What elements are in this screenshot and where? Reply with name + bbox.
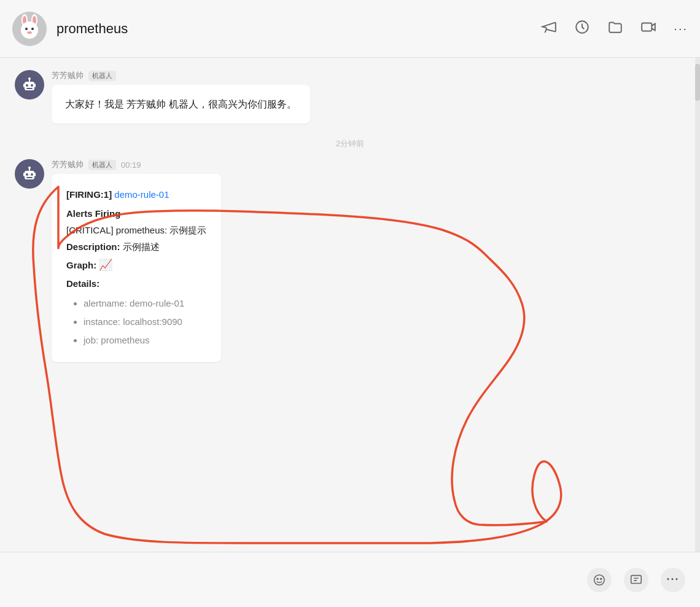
clock-icon[interactable] bbox=[574, 19, 590, 39]
svg-point-5 bbox=[21, 22, 38, 39]
detail-item-3: job: prometheus bbox=[84, 331, 206, 350]
details-list: alertname: demo-rule-01 instance: localh… bbox=[66, 294, 206, 350]
alert-card: [FIRING:1] demo-rule-01 Alerts Firing [C… bbox=[52, 174, 221, 361]
message-content-2: 芳芳贼帅 机器人 00:19 [FIRING:1] demo-rule-01 A… bbox=[52, 159, 221, 361]
message-2: 芳芳贼帅 机器人 00:19 [FIRING:1] demo-rule-01 A… bbox=[15, 159, 685, 361]
bot-avatar-2 bbox=[15, 159, 44, 189]
svg-point-8 bbox=[27, 31, 32, 34]
svg-point-21 bbox=[31, 173, 33, 176]
details-label: Details: bbox=[66, 275, 206, 292]
megaphone-icon[interactable] bbox=[541, 19, 557, 39]
header-actions: ··· bbox=[541, 19, 688, 39]
svg-point-13 bbox=[31, 84, 33, 87]
description-value: 示例描述 bbox=[123, 241, 160, 252]
detail-item-2: instance: localhost:9090 bbox=[84, 313, 206, 331]
timestamp-divider: 2分钟前 bbox=[15, 138, 685, 149]
sender-badge-2: 机器人 bbox=[88, 160, 116, 170]
message-content-1: 芳芳贼帅 机器人 大家好！我是 芳芳贼帅 机器人，很高兴为你们服务。 bbox=[52, 70, 310, 123]
firing-prefix: [FIRING:1] bbox=[66, 189, 112, 200]
detail-item-1: alertname: demo-rule-01 bbox=[84, 294, 206, 313]
svg-point-20 bbox=[26, 173, 28, 176]
description-line: Description: 示例描述 bbox=[66, 238, 206, 255]
svg-point-29 bbox=[601, 578, 602, 579]
svg-rect-10 bbox=[642, 23, 651, 31]
svg-point-28 bbox=[597, 578, 598, 579]
bottom-toolbar: ··· bbox=[0, 552, 700, 607]
message-1: 芳芳贼帅 机器人 大家好！我是 芳芳贼帅 机器人，很高兴为你们服务。 bbox=[15, 70, 685, 123]
chat-title: prometheus bbox=[56, 21, 541, 37]
chat-header: prometheus ··· bbox=[0, 0, 700, 58]
sender-name-2: 芳芳贼帅 bbox=[52, 159, 84, 170]
svg-rect-30 bbox=[631, 575, 642, 583]
comment-button[interactable] bbox=[624, 568, 648, 592]
avatar bbox=[12, 12, 47, 46]
svg-rect-14 bbox=[26, 88, 33, 89]
message-meta-2: 芳芳贼帅 机器人 00:19 bbox=[52, 159, 221, 170]
svg-point-12 bbox=[26, 84, 28, 87]
chat-area: 芳芳贼帅 机器人 大家好！我是 芳芳贼帅 机器人，很高兴为你们服务。 2分钟前 bbox=[0, 58, 700, 552]
message-time-2: 00:19 bbox=[121, 160, 141, 170]
sender-badge-1: 机器人 bbox=[88, 71, 116, 81]
sender-name-1: 芳芳贼帅 bbox=[52, 70, 84, 81]
emoji-button[interactable] bbox=[587, 568, 612, 592]
svg-rect-25 bbox=[23, 173, 25, 176]
firing-line: [FIRING:1] demo-rule-01 bbox=[66, 186, 206, 203]
camera-icon[interactable] bbox=[640, 19, 656, 39]
svg-point-24 bbox=[28, 166, 31, 169]
folder-icon[interactable] bbox=[607, 19, 623, 39]
description-label: Description: bbox=[66, 241, 120, 252]
svg-point-16 bbox=[28, 77, 31, 80]
svg-rect-22 bbox=[26, 177, 33, 178]
message-meta-1: 芳芳贼帅 机器人 bbox=[52, 70, 310, 81]
svg-rect-17 bbox=[23, 84, 25, 87]
more-actions-button[interactable]: ··· bbox=[661, 568, 685, 592]
svg-point-6 bbox=[25, 28, 28, 30]
graph-emoji: 📈 bbox=[99, 259, 112, 271]
bot-avatar-1 bbox=[15, 70, 44, 100]
scrollbar[interactable] bbox=[695, 58, 700, 552]
graph-line: Graph: 📈 bbox=[66, 255, 206, 275]
message-text-1: 大家好！我是 芳芳贼帅 机器人，很高兴为你们服务。 bbox=[65, 99, 297, 109]
more-icon[interactable]: ··· bbox=[674, 22, 688, 36]
firing-link[interactable]: demo-rule-01 bbox=[114, 189, 169, 200]
graph-label: Graph: bbox=[66, 260, 96, 270]
svg-point-27 bbox=[594, 574, 605, 585]
svg-point-7 bbox=[31, 28, 34, 30]
message-bubble-1: 大家好！我是 芳芳贼帅 机器人，很高兴为你们服务。 bbox=[52, 85, 310, 123]
svg-rect-26 bbox=[34, 173, 36, 176]
critical-line: [CRITICAL] prometheus: 示例提示 bbox=[66, 222, 206, 238]
alerts-firing-label: Alerts Firing bbox=[66, 205, 206, 222]
scroll-thumb[interactable] bbox=[695, 64, 700, 101]
svg-rect-18 bbox=[34, 84, 36, 87]
